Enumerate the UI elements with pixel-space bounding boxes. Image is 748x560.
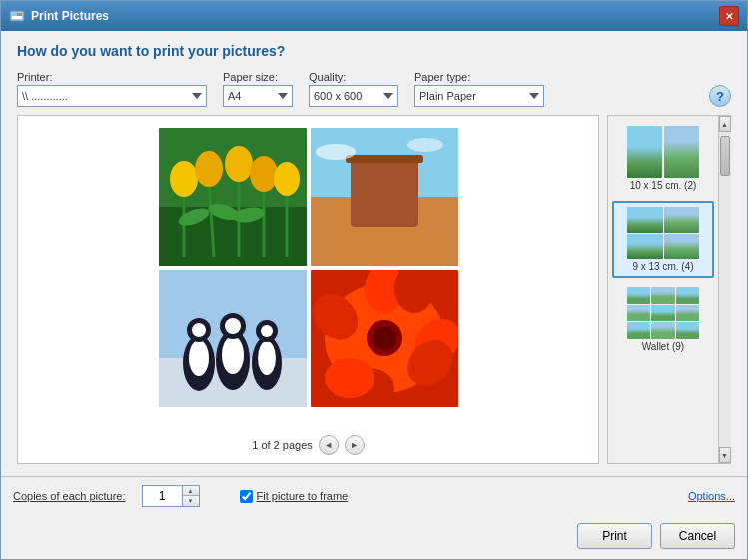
preview-image-penguins	[159, 270, 307, 407]
quality-select[interactable]: 600 x 600	[309, 85, 398, 107]
print-button[interactable]: Print	[577, 523, 652, 549]
thumbnail-label-wallet: Wallet (9)	[642, 341, 684, 352]
printer-select[interactable]: \\ ............	[17, 85, 207, 107]
thumbnail-image-10x15	[627, 126, 699, 178]
svg-point-23	[316, 144, 356, 160]
preview-grid	[159, 128, 458, 407]
preview-image-tulips	[159, 128, 307, 266]
svg-point-14	[250, 156, 278, 192]
svg-point-32	[222, 336, 244, 374]
thumbnail-item-wallet[interactable]: Wallet (9)	[612, 281, 714, 358]
scroll-down-button[interactable]: ▼	[719, 447, 731, 463]
svg-rect-2	[12, 13, 17, 16]
question-text: How do you want to print your pictures?	[17, 43, 731, 59]
fit-to-frame-checkbox[interactable]	[240, 490, 253, 503]
thumbnail-label-9x13: 9 x 13 cm. (4)	[632, 261, 693, 272]
paper-size-group: Paper size: A4	[223, 71, 293, 107]
svg-point-15	[274, 162, 300, 196]
svg-point-49	[373, 326, 396, 350]
thumbnail-image-wallet	[627, 287, 699, 339]
printer-group: Printer: \\ ............	[17, 71, 207, 107]
fit-to-frame-label[interactable]: Fit picture to frame	[257, 490, 349, 502]
print-pictures-dialog: Print Pictures ✕ How do you want to prin…	[0, 0, 748, 560]
preview-image-desert	[311, 128, 458, 266]
scrollbar[interactable]: ▲ ▼	[718, 116, 730, 463]
scroll-up-button[interactable]: ▲	[719, 116, 731, 132]
svg-rect-3	[17, 13, 22, 16]
quality-group: Quality: 600 x 600	[309, 71, 398, 107]
scroll-thumb[interactable]	[720, 136, 730, 176]
cancel-button[interactable]: Cancel	[660, 523, 735, 549]
fit-to-frame-group: Fit picture to frame	[240, 490, 349, 503]
bottom-row: Copies of each picture: ▲ ▼ Fit picture …	[13, 485, 735, 507]
svg-point-12	[195, 151, 223, 187]
paper-type-group: Paper type: Plain Paper	[414, 71, 544, 107]
svg-point-47	[325, 358, 374, 398]
quality-label: Quality:	[309, 71, 398, 83]
preview-area: 1 of 2 pages ◄ ►	[17, 115, 599, 464]
printer-label: Printer:	[17, 71, 207, 83]
copies-label: Copies of each picture:	[13, 490, 126, 502]
thumbnail-item-9x13[interactable]: 9 x 13 cm. (4)	[612, 201, 714, 278]
copies-input-group: ▲ ▼	[142, 485, 200, 507]
preview-nav: 1 of 2 pages ◄ ►	[252, 435, 365, 455]
svg-point-13	[225, 146, 253, 182]
svg-point-28	[189, 340, 209, 376]
thumbnail-item-10x15[interactable]: 10 x 15 cm. (2)	[612, 120, 714, 197]
thumbnail-panel: 10 x 15 cm. (2) 9 x 13 cm. (4)	[608, 116, 718, 463]
thumbnail-image-9x13	[627, 207, 699, 259]
page-info: 1 of 2 pages	[252, 439, 313, 451]
main-area: 1 of 2 pages ◄ ► 10 x 15 cm. (2)	[17, 115, 731, 464]
close-button[interactable]: ✕	[719, 6, 739, 26]
titlebar-icon	[9, 8, 25, 24]
thumbnail-label-10x15: 10 x 15 cm. (2)	[630, 180, 697, 191]
svg-point-34	[225, 318, 241, 334]
titlebar: Print Pictures ✕	[1, 1, 747, 31]
help-button[interactable]: ?	[709, 85, 731, 107]
copies-input[interactable]	[142, 485, 182, 507]
copies-spinner: ▲ ▼	[182, 485, 200, 507]
button-row: Print Cancel	[1, 515, 747, 559]
svg-rect-22	[346, 155, 423, 163]
copies-spin-up[interactable]: ▲	[183, 486, 199, 496]
next-page-button[interactable]: ►	[345, 435, 365, 455]
dialog-body: How do you want to print your pictures? …	[1, 31, 747, 476]
prev-page-button[interactable]: ◄	[319, 435, 339, 455]
controls-row: Printer: \\ ............ Paper size: A4 …	[17, 71, 731, 107]
svg-point-36	[258, 341, 276, 375]
paper-type-label: Paper type:	[414, 71, 544, 83]
options-link[interactable]: Options...	[688, 490, 735, 502]
svg-point-24	[407, 138, 443, 152]
bottom-controls: Copies of each picture: ▲ ▼ Fit picture …	[1, 476, 747, 515]
preview-image-flower	[311, 270, 458, 407]
window-title: Print Pictures	[31, 9, 719, 23]
copies-spin-down[interactable]: ▼	[183, 496, 199, 506]
svg-point-38	[261, 325, 273, 337]
svg-point-11	[170, 161, 198, 197]
paper-size-label: Paper size:	[223, 71, 293, 83]
svg-point-30	[192, 323, 206, 337]
paper-type-select[interactable]: Plain Paper	[414, 85, 544, 107]
svg-rect-21	[351, 157, 418, 227]
paper-size-select[interactable]: A4	[223, 85, 293, 107]
